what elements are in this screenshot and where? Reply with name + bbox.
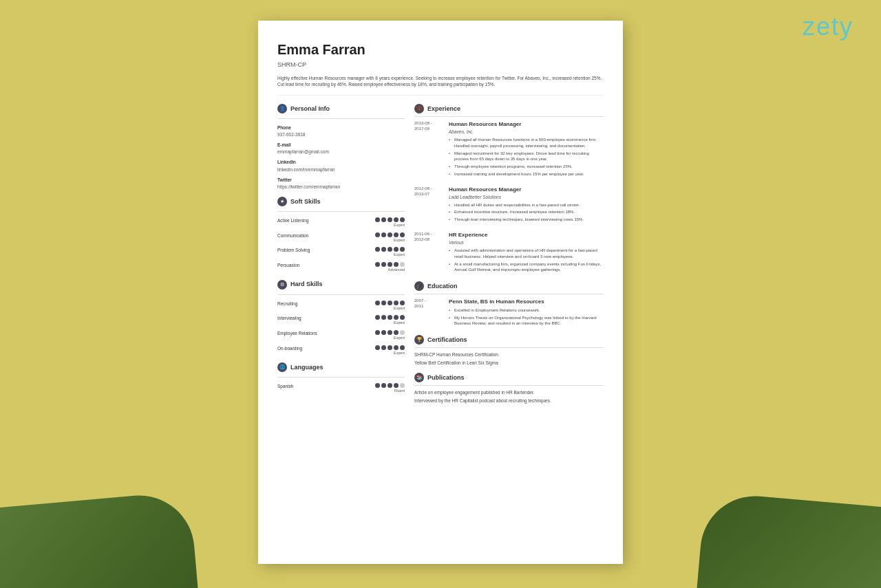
- certification-item: SHRM-CP Human Resources Certification: [414, 351, 604, 358]
- skill-level: Expert: [394, 306, 405, 312]
- skill-right: Expert: [375, 247, 405, 258]
- skill-name: Interviewing: [277, 315, 326, 321]
- exp-job-title: HR Experience: [449, 231, 604, 239]
- skill-dots: [375, 330, 405, 335]
- experience-icon: 💼: [414, 104, 424, 113]
- skill-dot: [400, 345, 405, 350]
- soft-skills-list: Active Listening Expert Communication Ex…: [277, 217, 405, 273]
- skill-right: Expert: [375, 330, 405, 341]
- skill-right: Expert: [375, 232, 405, 243]
- skill-dots: [375, 262, 405, 267]
- publications-list: Article on employee engagement published…: [414, 389, 604, 404]
- left-column: 👤 Personal Info Phone 937-602-3818 E-mai…: [277, 104, 405, 406]
- skill-dot: [388, 262, 392, 267]
- skill-dot: [375, 383, 380, 388]
- skill-level: Expert: [394, 351, 405, 356]
- skill-row: Spanish Fluent: [277, 383, 405, 394]
- skill-dot: [381, 232, 386, 237]
- experience-title: Experience: [427, 105, 460, 113]
- soft-skills-header: ★ Soft Skills: [277, 197, 405, 206]
- resume-name: Emma Farran: [277, 40, 604, 59]
- skill-name: Problem Solving: [277, 247, 326, 253]
- exp-company: Ladd Leadbetter Solutions: [449, 194, 604, 200]
- skill-dot: [375, 330, 380, 335]
- languages-icon: 🌐: [277, 362, 287, 372]
- skill-dot: [394, 315, 399, 320]
- skill-dot: [388, 315, 392, 320]
- linkedin-value: linkedin.com/in/emmapfarran: [277, 166, 405, 173]
- experience-bullet: Enhanced incentive structure. Increased …: [449, 209, 604, 215]
- languages-list: Spanish Fluent: [277, 383, 405, 394]
- skill-row: Persuasion Advanced: [277, 262, 405, 273]
- skill-dot: [400, 330, 405, 335]
- education-bullet: Excelled in Employment Relations coursew…: [449, 307, 604, 314]
- skill-dot: [388, 217, 392, 222]
- skill-level: Fluent: [394, 389, 405, 394]
- skill-dots: [375, 315, 405, 320]
- languages-title: Languages: [290, 363, 323, 372]
- skill-dot: [381, 301, 386, 305]
- experience-item: 2012-08 -2013-07 Human Resources Manager…: [414, 186, 604, 224]
- skill-dots: [375, 383, 405, 388]
- skill-name: Spanish: [277, 383, 326, 389]
- skill-dot: [375, 315, 380, 320]
- education-item: 2007 -2011 Penn State, BS in Human Resou…: [414, 298, 604, 328]
- certification-item: Yellow Belt Certification in Lean Six Si…: [414, 360, 604, 366]
- skill-dot: [381, 217, 386, 222]
- skill-dot: [375, 247, 380, 252]
- skill-level: Advanced: [388, 268, 405, 273]
- skill-dot: [400, 217, 405, 222]
- resume-summary: Highly effective Human Resources manager…: [277, 75, 604, 96]
- skill-dot: [381, 345, 386, 350]
- experience-bullet: Managed all Human Resources functions in…: [449, 137, 604, 149]
- skill-level: Expert: [394, 238, 405, 243]
- email-value: emmapfarran@gmail.com: [277, 149, 405, 155]
- skill-dot: [400, 262, 405, 267]
- skill-dot: [375, 217, 380, 222]
- skill-level: Expert: [394, 320, 405, 326]
- exp-company: Various: [449, 239, 604, 246]
- personal-info-divider: [277, 118, 405, 119]
- experience-header: 💼 Experience: [414, 104, 604, 117]
- resume-header: Emma Farran SHRM-CP Highly effective Hum…: [277, 40, 604, 96]
- resume-credential: SHRM-CP: [277, 61, 604, 69]
- skill-dot: [381, 247, 386, 252]
- skill-row: Active Listening Expert: [277, 217, 405, 228]
- skill-right: Expert: [375, 315, 405, 326]
- skill-row: On-boarding Expert: [277, 345, 405, 356]
- skill-dot: [388, 232, 392, 237]
- skill-dots: [375, 232, 405, 237]
- exp-content: HR Experience Various Assisted with admi…: [449, 231, 604, 274]
- edu-content: Penn State, BS in Human Resources Excell…: [449, 298, 604, 328]
- skill-dot: [388, 247, 392, 252]
- edu-degree: Penn State, BS in Human Resources: [449, 298, 604, 305]
- skill-dot: [375, 301, 380, 305]
- skill-row: Interviewing Expert: [277, 315, 405, 326]
- education-icon: 🎓: [414, 281, 424, 291]
- exp-bullets: Handled all HR duties and responsibiliti…: [449, 202, 604, 223]
- skill-right: Expert: [375, 345, 405, 356]
- skill-name: Recruiting: [277, 301, 326, 307]
- exp-job-title: Human Resources Manager: [449, 186, 604, 193]
- twitter-value: https://twitter.com/emmapfarran: [277, 184, 405, 190]
- certifications-icon: 🏆: [414, 335, 424, 345]
- hard-skills-title: Hard Skills: [290, 280, 323, 289]
- languages-header: 🌐 Languages: [277, 362, 405, 372]
- publications-title: Publications: [427, 373, 465, 382]
- certifications-header: 🏆 Certifications: [414, 335, 604, 348]
- skill-name: Persuasion: [277, 262, 326, 268]
- experience-bullet: Managed recruitment for 32 key employees…: [449, 151, 604, 162]
- education-header: 🎓 Education: [414, 281, 604, 294]
- skill-name: On-boarding: [277, 345, 326, 351]
- skill-dot: [394, 262, 399, 267]
- skill-right: Expert: [375, 217, 405, 228]
- experience-bullet: Assisted with administration and operati…: [449, 248, 604, 259]
- soft-skills-title: Soft Skills: [290, 197, 321, 206]
- skill-row: Employee Relations Expert: [277, 330, 405, 341]
- leaf-decoration-left: [0, 491, 199, 588]
- resume-paper: Emma Farran SHRM-CP Highly effective Hum…: [258, 21, 623, 564]
- hard-skills-divider: [277, 294, 405, 295]
- skill-dot: [388, 301, 392, 305]
- exp-dates: 2012-08 -2013-07: [414, 186, 443, 224]
- skill-dot: [381, 315, 386, 320]
